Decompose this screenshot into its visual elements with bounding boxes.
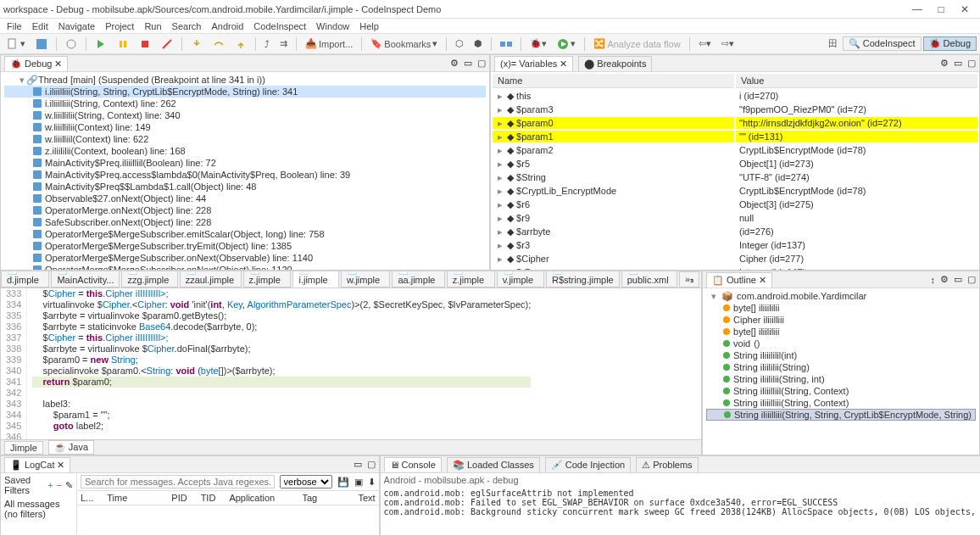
variable-row[interactable]: ▸ ◆ $param3"f9ppemOO_RiezPM0" (id=72) — [493, 103, 977, 115]
variable-row[interactable]: ▸ ◆ $String"UTF-8" (id=274) — [493, 171, 977, 183]
editor-tab[interactable]: 📄 i.jimple — [292, 271, 339, 288]
editor-tab[interactable]: 📄 MainActivity... — [51, 271, 120, 288]
stack-frame[interactable]: OperatorMerge$MergeSubscriber.onNext(Obs… — [4, 252, 486, 264]
outline-item[interactable]: String iliililii(String) — [706, 361, 976, 373]
loaded-classes-tab[interactable]: 📚 Loaded Classes — [447, 457, 540, 472]
toggle-breakpoint-button[interactable]: ⬡ — [452, 38, 467, 49]
variable-row[interactable]: ▸ ◆ $param0"http://irnsdlzjdkfdjkg2w.oni… — [493, 117, 977, 129]
outline-item[interactable]: String iliiilliil(String, Context) — [706, 385, 976, 397]
variables-table[interactable]: NameValue ▸ ◆ thisi (id=270)▸ ◆ $param3"… — [491, 72, 979, 270]
stack-frame[interactable]: SafeSubscriber.onNext(Object) line: 228 — [4, 216, 486, 228]
editor-tabs[interactable]: 📄 d.jimple📄 MainActivity...📄 zzg.jimple📄… — [1, 271, 701, 288]
step-filter-button[interactable]: ⇉ — [276, 38, 291, 49]
editor-tab[interactable]: 📄 w.jimple — [341, 271, 390, 288]
stack-frame[interactable]: OperatorMerge$MergeSubscriber.emitScalar… — [4, 228, 486, 240]
stack-frame[interactable]: MainActivity$Preq$$Lambda$1.call(Object)… — [4, 181, 486, 193]
editor-tab[interactable]: 📄 z.jimple — [243, 271, 292, 288]
variable-row[interactable]: ▸ ◆ $arrbyte(id=276) — [493, 226, 977, 237]
outline-menu-icon[interactable]: ⚙ — [940, 274, 949, 285]
stack-frame[interactable]: w.liiillilii(Context) line: 149 — [4, 121, 486, 133]
editor-tab[interactable]: 📄 aa.jimple — [392, 271, 444, 288]
all-messages-filter[interactable]: All messages (no filters) — [4, 499, 73, 519]
vars-menu-icon[interactable]: ⚙ — [940, 58, 949, 69]
menu-search[interactable]: Search — [169, 21, 205, 31]
new-button[interactable]: ▾ — [3, 38, 29, 50]
editor-tab[interactable]: 📄 z.jimple — [447, 271, 495, 288]
toggle-watchpoint-button[interactable]: ⬢ — [471, 38, 486, 49]
open-perspective-button[interactable]: 田 — [825, 37, 841, 50]
resume-button[interactable] — [92, 38, 110, 50]
editor-tab[interactable]: 📄 public.xml — [621, 271, 677, 288]
variable-row[interactable]: ▸ ◆ thisi (id=270) — [493, 90, 977, 102]
debug-view-menu-icon[interactable]: ⚙ — [450, 58, 459, 69]
forward-button[interactable]: ⇨▾ — [718, 38, 738, 49]
scroll-lock-icon[interactable]: ⬇ — [368, 477, 376, 488]
skip-breakpoints-button[interactable] — [62, 38, 81, 50]
console-output[interactable]: com.android.mob: eglSurfaceAttrib not im… — [381, 487, 980, 518]
stack-frame[interactable]: w.liiilliil(Context) line: 622 — [4, 133, 486, 145]
menu-run[interactable]: Run — [141, 21, 164, 31]
stack-frame[interactable]: MainActivity$Preq.iliiilliil(Boolean) li… — [4, 157, 486, 169]
menu-project[interactable]: Project — [102, 21, 137, 31]
min-icon[interactable]: ▭ — [464, 58, 472, 69]
menu-file[interactable]: File — [3, 21, 25, 31]
variable-row[interactable]: ▸ ◆ $r9null — [493, 212, 977, 224]
variable-row[interactable]: ▸ ◆ $param2CryptLib$EncryptMode (id=78) — [493, 144, 977, 156]
outline-item[interactable]: byte[] iliililiii — [706, 326, 976, 338]
outline-tab[interactable]: 📋 Outline ✕ — [706, 272, 772, 288]
menu-android[interactable]: Android — [208, 21, 247, 31]
menu-codeinspect[interactable]: CodeInspect — [250, 21, 309, 31]
stack-frame[interactable]: w.liiillilii(String, Context) line: 340 — [4, 109, 486, 121]
editor-tab[interactable]: 📄 zzg.jimple — [121, 271, 177, 288]
variable-row[interactable]: ▸ ◆ $r3Integer (id=137) — [493, 239, 977, 251]
jimple-tab[interactable]: Jimple — [4, 441, 43, 455]
outline-item[interactable]: byte[] iliiililii — [706, 302, 976, 314]
variable-row[interactable]: ▸ ◆ $r6Object[3] (id=275) — [493, 198, 977, 210]
back-button[interactable]: ⇦▾ — [695, 38, 715, 49]
menu-help[interactable]: Help — [356, 21, 382, 31]
maximize-button[interactable]: □ — [929, 3, 953, 15]
max-icon[interactable]: ▢ — [367, 459, 376, 470]
disconnect-button[interactable] — [158, 38, 176, 50]
variable-row[interactable]: ▸ ◆ $CryptLib_EncryptModeCryptLib$Encryp… — [493, 185, 977, 197]
editor-tab[interactable]: 📄 zzaul.jimple — [180, 271, 242, 288]
editor-tab[interactable]: 📄 v.jimple — [497, 271, 544, 288]
min-icon[interactable]: ▭ — [954, 274, 962, 285]
logcat-level-select[interactable]: verbose — [280, 475, 332, 489]
outline-sort-icon[interactable]: ↕ — [931, 275, 936, 285]
editor-overflow-button[interactable]: »₃ — [679, 271, 699, 288]
drop-frame-button[interactable]: ⤴ — [261, 39, 273, 49]
outline-item[interactable]: String iliiilliii(String, Context) — [706, 397, 976, 409]
close-button[interactable]: ✕ — [953, 3, 977, 15]
editor-tab[interactable]: 📄 d.jimple — [1, 271, 49, 288]
min-icon[interactable]: ▭ — [954, 58, 962, 69]
code-editor[interactable]: 3333343353363373383393403413423433443453… — [1, 288, 701, 439]
perspective-codeinspect[interactable]: 🔍 CodeInspect — [843, 36, 922, 51]
max-icon[interactable]: ▢ — [967, 58, 976, 69]
stack-frame[interactable]: z.iliililii(Context, boolean) line: 168 — [4, 145, 486, 157]
debug-tab[interactable]: 🐞 Debug ✕ — [4, 56, 68, 71]
step-return-button[interactable] — [231, 38, 250, 50]
perspective-debug[interactable]: 🐞 Debug — [923, 36, 977, 51]
remove-filter-icon[interactable]: − — [57, 480, 62, 490]
analyze-button[interactable]: 🔀 Analyze data flow — [590, 38, 683, 49]
outline-item[interactable]: Cipher iliiilliii — [706, 314, 976, 326]
logcat-search-input[interactable] — [81, 475, 275, 489]
console-tab[interactable]: 🖥 Console — [384, 457, 442, 472]
stack-frame[interactable]: OperatorMerge$MergeSubscriber.onNext(Obj… — [4, 264, 486, 270]
save-log-icon[interactable]: 💾 — [337, 477, 349, 488]
step-into-button[interactable] — [187, 38, 206, 50]
variable-row[interactable]: ▸ ◆ $r5Object[1] (id=273) — [493, 158, 977, 170]
clear-log-icon[interactable]: ▣ — [354, 477, 363, 488]
debug-stack[interactable]: ▾🔗 Thread [main] (Suspended (Breakpoint … — [1, 72, 489, 270]
max-icon[interactable]: ▢ — [967, 274, 976, 285]
stack-frame[interactable]: Observable$27.onNext(Object) line: 44 — [4, 193, 486, 204]
outline-item[interactable]: String iliiililil(int) — [706, 349, 976, 361]
terminate-button[interactable] — [136, 38, 154, 50]
java-tab[interactable]: ☕ Java — [48, 440, 94, 455]
stack-frame[interactable]: MainActivity$Preq.access$lambda$0(MainAc… — [4, 169, 486, 181]
debug-dropdown-button[interactable]: 🐞▾ — [526, 38, 550, 49]
code-injection-tab[interactable]: 💉 Code Injection — [545, 457, 631, 472]
ddms-button[interactable] — [497, 38, 515, 50]
variables-tab[interactable]: (x)= Variables ✕ — [494, 56, 573, 71]
